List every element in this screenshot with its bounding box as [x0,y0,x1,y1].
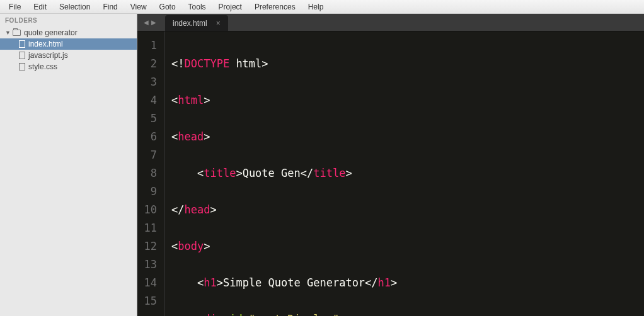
file-item-index[interactable]: index.html [0,38,137,50]
line-number: 8 [142,164,157,183]
code-line: <h1>Simple Quote Generator</h1> [171,274,500,292]
folder-root[interactable]: ▼ quote generator [0,27,137,38]
menu-selection[interactable]: Selection [53,1,96,13]
line-number: 15 [142,292,157,310]
line-number: 12 [142,237,157,256]
main-area: FOLDERS ▼ quote generator index.html jav… [0,14,644,316]
nav-back-icon[interactable]: ◀ [144,19,149,26]
tab-nav: ◀ ▶ [137,14,163,31]
menu-edit[interactable]: Edit [27,1,53,13]
menu-project[interactable]: Project [212,1,248,13]
folder-label: quote generator [24,28,78,37]
menu-bar: File Edit Selection Find View Goto Tools… [0,0,644,14]
file-item-style[interactable]: style.css [0,61,137,72]
file-label: index.html [28,40,63,48]
code-line: <head> [171,128,500,146]
menu-view[interactable]: View [124,1,153,13]
chevron-down-icon: ▼ [5,30,11,36]
code-area[interactable]: 1 2 3 4 5 6 7 8 9 10 11 12 13 14 15 <!DO… [137,31,644,316]
sidebar: FOLDERS ▼ quote generator index.html jav… [0,14,137,316]
menu-tools[interactable]: Tools [182,1,212,13]
code-content[interactable]: <!DOCTYPE html> <html> <head> <title>Quo… [165,31,507,316]
code-line: <div id="quoteDisplay"> [171,310,500,316]
code-line: </head> [171,201,500,219]
tab-title: index.html [173,19,207,28]
line-number: 1 [142,37,157,55]
menu-help[interactable]: Help [302,1,330,13]
line-number: 9 [142,183,157,201]
file-icon [19,63,25,71]
nav-forward-icon[interactable]: ▶ [151,19,156,26]
code-line: <html> [171,91,500,110]
file-label: javascript.js [28,51,68,60]
line-number: 4 [142,91,157,110]
menu-file[interactable]: File [3,1,27,13]
file-item-javascript[interactable]: javascript.js [0,50,137,61]
line-number: 10 [142,201,157,219]
file-icon [19,40,25,48]
line-number: 5 [142,110,157,128]
line-number: 7 [142,146,157,164]
sidebar-header: FOLDERS [0,14,137,27]
line-number: 3 [142,73,157,91]
menu-find[interactable]: Find [96,1,124,13]
folder-icon [13,30,21,36]
tab-bar: ◀ ▶ index.html × [137,14,644,31]
code-line: <title>Quote Gen</title> [171,164,500,183]
menu-goto[interactable]: Goto [153,1,182,13]
file-label: style.css [28,62,57,71]
editor-area: ◀ ▶ index.html × 1 2 3 4 5 6 7 8 9 10 11 [137,14,644,316]
menu-preferences[interactable]: Preferences [248,1,302,13]
line-number: 11 [142,219,157,237]
code-line: <body> [171,237,500,256]
file-tree: ▼ quote generator index.html javascript.… [0,27,137,72]
code-line: <!DOCTYPE html> [171,55,500,73]
tab-index-html[interactable]: index.html × [165,15,228,31]
line-number: 6 [142,128,157,146]
line-gutter: 1 2 3 4 5 6 7 8 9 10 11 12 13 14 15 [137,31,165,316]
line-number: 14 [142,274,157,292]
file-icon [19,52,25,59]
line-number: 13 [142,256,157,274]
line-number: 2 [142,55,157,73]
close-icon[interactable]: × [216,19,221,28]
